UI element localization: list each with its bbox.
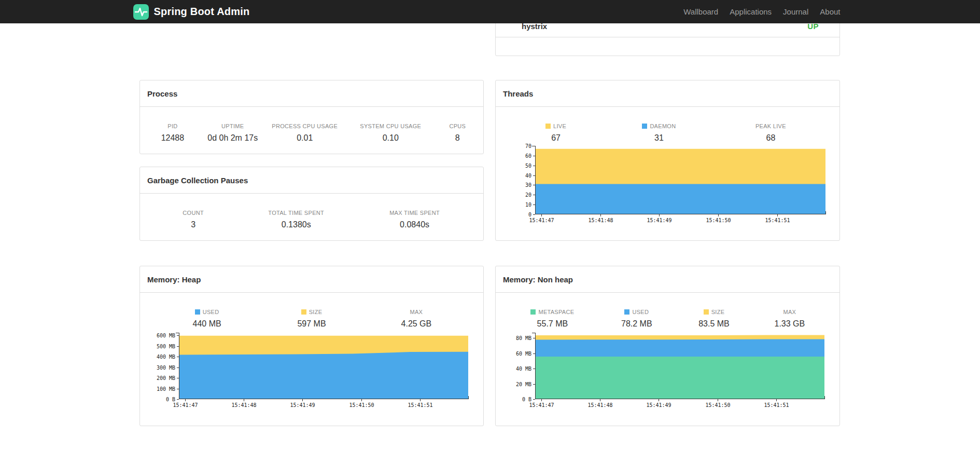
- panel-title-threads: Threads: [496, 80, 839, 107]
- panel-title-heap: Memory: Heap: [140, 266, 483, 293]
- svg-text:30: 30: [525, 182, 531, 188]
- svg-text:15:41:50: 15:41:50: [349, 402, 374, 408]
- nav-links: Wallboard Applications Journal About: [678, 7, 840, 16]
- stat-system-cpu: SYSTEM CPU USAGE 0.10: [349, 123, 432, 143]
- process-panel: Process PID 12488 UPTIME 0d 0h 2m 17s PR…: [139, 80, 484, 154]
- nav-wallboard[interactable]: Wallboard: [678, 7, 724, 16]
- stat-nonheap-max: MAX 1.33 GB: [764, 309, 815, 329]
- svg-text:15:41:50: 15:41:50: [706, 217, 731, 223]
- stat-threads-peak: PEAK LIVE 68: [702, 123, 839, 143]
- svg-text:400 MB: 400 MB: [157, 354, 175, 360]
- svg-text:15:41:47: 15:41:47: [173, 402, 198, 408]
- threads-area-chart: 70605040302010015:41:4715:41:4815:41:491…: [535, 146, 825, 214]
- process-stats: PID 12488 UPTIME 0d 0h 2m 17s PROCESS CP…: [140, 107, 483, 143]
- svg-text:15:41:48: 15:41:48: [588, 217, 613, 223]
- svg-text:70: 70: [525, 143, 531, 149]
- svg-text:15:41:51: 15:41:51: [764, 402, 789, 408]
- svg-text:15:41:48: 15:41:48: [587, 402, 612, 408]
- nonheap-area-chart: 80 MB60 MB40 MB20 MB0 B15:41:4715:41:481…: [535, 333, 824, 399]
- stat-gc-count: COUNT 3: [140, 210, 246, 229]
- svg-text:15:41:47: 15:41:47: [529, 217, 554, 223]
- stat-threads-daemon: DAEMON 31: [616, 123, 702, 143]
- svg-text:0 B: 0 B: [166, 397, 175, 402]
- stat-heap-used: USED 440 MB: [140, 309, 274, 329]
- stat-process-cpu: PROCESS CPU USAGE 0.01: [260, 123, 349, 143]
- page-root: hystrix UP Process PID 12488 UPTIME 0d 0…: [0, 0, 980, 463]
- stat-nonheap-metaspace: METASPACE 55.7 MB: [496, 309, 609, 329]
- threads-panel: Threads LIVE 67 DAEMON 31 PEAK LIVE: [495, 80, 840, 241]
- svg-text:15:41:49: 15:41:49: [646, 402, 671, 408]
- heap-used-legend-swatch: [195, 309, 200, 315]
- svg-text:300 MB: 300 MB: [157, 365, 175, 371]
- brand-title: Spring Boot Admin: [154, 6, 250, 18]
- nav-journal[interactable]: Journal: [777, 7, 814, 16]
- svg-text:15:41:48: 15:41:48: [231, 402, 256, 408]
- svg-text:20: 20: [525, 192, 531, 198]
- stat-nonheap-used: USED 78.2 MB: [609, 309, 664, 329]
- top-navbar: Spring Boot Admin Wallboard Applications…: [0, 0, 980, 23]
- svg-text:15:41:47: 15:41:47: [529, 402, 554, 408]
- svg-text:0 B: 0 B: [522, 397, 531, 402]
- stat-heap-size: SIZE 597 MB: [274, 309, 349, 329]
- svg-text:80 MB: 80 MB: [516, 335, 531, 341]
- metaspace-legend-swatch: [530, 309, 536, 315]
- nonheap-panel: Memory: Non heap METASPACE 55.7 MB USED …: [495, 266, 840, 426]
- svg-text:200 MB: 200 MB: [157, 375, 175, 381]
- gc-panel: Garbage Collection Pauses COUNT 3 TOTAL …: [139, 167, 484, 241]
- svg-text:40 MB: 40 MB: [516, 366, 531, 372]
- heap-stats: USED 440 MB SIZE 597 MB MAX 4.25 GB: [140, 293, 483, 329]
- svg-text:15:41:50: 15:41:50: [705, 402, 730, 408]
- svg-text:50: 50: [525, 163, 531, 169]
- svg-text:20 MB: 20 MB: [516, 382, 531, 387]
- stat-pid: PID 12488: [140, 123, 205, 143]
- svg-text:100 MB: 100 MB: [157, 386, 175, 392]
- stat-uptime: UPTIME 0d 0h 2m 17s: [205, 123, 260, 143]
- svg-text:15:41:51: 15:41:51: [765, 217, 790, 223]
- stat-heap-max: MAX 4.25 GB: [349, 309, 483, 329]
- nav-about[interactable]: About: [814, 7, 840, 16]
- panel-title-nonheap: Memory: Non heap: [496, 266, 839, 293]
- stat-nonheap-size: SIZE 83.5 MB: [664, 309, 764, 329]
- panel-title-gc: Garbage Collection Pauses: [140, 167, 483, 194]
- stat-gc-max-time: MAX TIME SPENT 0.0840s: [346, 210, 483, 229]
- svg-text:15:41:51: 15:41:51: [408, 402, 432, 408]
- svg-text:0: 0: [528, 212, 531, 217]
- svg-text:500 MB: 500 MB: [157, 344, 175, 349]
- daemon-legend-swatch: [642, 124, 647, 129]
- live-legend-swatch: [545, 124, 551, 129]
- heap-panel: Memory: Heap USED 440 MB SIZE 597 MB MAX: [139, 266, 484, 426]
- heap-area-chart: 600 MB500 MB400 MB300 MB200 MB100 MB0 B1…: [179, 333, 468, 399]
- nonheap-used-legend-swatch: [624, 309, 629, 315]
- stat-threads-live: LIVE 67: [496, 123, 616, 143]
- nonheap-stats: METASPACE 55.7 MB USED 78.2 MB SIZE 83.5…: [496, 293, 839, 329]
- heap-size-legend-swatch: [301, 309, 306, 315]
- svg-text:10: 10: [525, 202, 531, 208]
- nonheap-size-legend-swatch: [704, 309, 709, 315]
- svg-text:40: 40: [525, 173, 531, 179]
- svg-text:60 MB: 60 MB: [516, 351, 531, 357]
- panel-title-process: Process: [140, 80, 483, 107]
- navbar-container: Spring Boot Admin Wallboard Applications…: [140, 0, 841, 23]
- threads-stats: LIVE 67 DAEMON 31 PEAK LIVE 68: [496, 107, 839, 143]
- svg-text:15:41:49: 15:41:49: [290, 402, 315, 408]
- gc-stats: COUNT 3 TOTAL TIME SPENT 0.1380s MAX TIM…: [140, 194, 483, 229]
- stat-cpus: CPUS 8: [432, 123, 483, 143]
- app-logo-icon: [133, 4, 149, 20]
- brand-link[interactable]: Spring Boot Admin: [133, 4, 250, 20]
- svg-text:60: 60: [525, 153, 531, 159]
- svg-text:15:41:49: 15:41:49: [647, 217, 671, 223]
- stat-gc-total-time: TOTAL TIME SPENT 0.1380s: [246, 210, 346, 229]
- svg-text:600 MB: 600 MB: [157, 333, 175, 338]
- nav-applications[interactable]: Applications: [724, 7, 777, 16]
